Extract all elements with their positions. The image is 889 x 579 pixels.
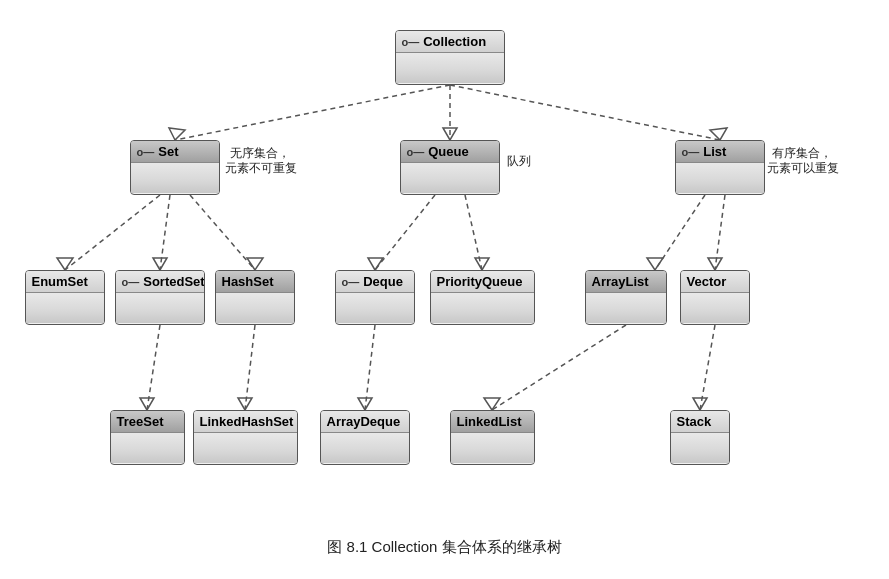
- box-label: LinkedHashSet: [200, 414, 294, 429]
- interface-icon: o—: [137, 146, 155, 158]
- annotation-2: 队列: [507, 153, 531, 170]
- box-body: [401, 163, 499, 193]
- svg-line-22: [245, 325, 255, 410]
- svg-line-26: [492, 325, 626, 410]
- svg-marker-3: [443, 128, 457, 140]
- interface-icon: o—: [402, 36, 420, 48]
- svg-marker-23: [238, 398, 252, 410]
- box-body: [676, 163, 764, 193]
- uml-box-priorityqueue: PriorityQueue: [430, 270, 535, 325]
- svg-line-4: [450, 85, 720, 140]
- svg-line-6: [65, 195, 160, 270]
- svg-line-18: [715, 195, 725, 270]
- svg-line-8: [160, 195, 170, 270]
- svg-line-28: [700, 325, 715, 410]
- box-body: [336, 293, 414, 323]
- uml-box-queue: o—Queue: [400, 140, 500, 195]
- box-body: [111, 433, 184, 463]
- uml-box-sortedset: o—SortedSet: [115, 270, 205, 325]
- box-label: HashSet: [222, 274, 274, 289]
- interface-icon: o—: [407, 146, 425, 158]
- svg-marker-27: [484, 398, 500, 410]
- uml-box-arraydeque: ArrayDeque: [320, 410, 410, 465]
- box-label: Queue: [428, 144, 468, 159]
- svg-marker-9: [153, 258, 167, 270]
- box-label: Stack: [677, 414, 712, 429]
- box-body: [194, 433, 297, 463]
- box-label: PriorityQueue: [437, 274, 523, 289]
- box-body: [321, 433, 409, 463]
- uml-box-collection: o—Collection: [395, 30, 505, 85]
- uml-box-hashset: HashSet: [215, 270, 295, 325]
- svg-line-12: [375, 195, 435, 270]
- box-label: Collection: [423, 34, 486, 49]
- svg-line-24: [365, 325, 375, 410]
- box-body: [216, 293, 294, 323]
- svg-line-0: [175, 85, 450, 140]
- svg-marker-25: [358, 398, 372, 410]
- svg-line-10: [190, 195, 255, 270]
- box-body: [26, 293, 104, 323]
- box-label: EnumSet: [32, 274, 88, 289]
- svg-marker-13: [368, 258, 383, 270]
- svg-marker-21: [140, 398, 154, 410]
- box-body: [396, 53, 504, 83]
- box-body: [586, 293, 666, 323]
- uml-box-vector: Vector: [680, 270, 750, 325]
- box-body: [681, 293, 749, 323]
- annotation-4: 元素可以重复: [767, 160, 839, 177]
- uml-diagram: o—Collectiono—Seto—Queueo—ListEnumSeto—S…: [15, 20, 875, 530]
- uml-box-linkedhashset: LinkedHashSet: [193, 410, 298, 465]
- uml-box-list: o—List: [675, 140, 765, 195]
- box-body: [116, 293, 204, 323]
- svg-line-16: [655, 195, 705, 270]
- interface-icon: o—: [122, 276, 140, 288]
- svg-marker-19: [708, 258, 722, 270]
- annotation-1: 元素不可重复: [225, 160, 297, 177]
- box-body: [451, 433, 534, 463]
- uml-box-arraylist: ArrayList: [585, 270, 667, 325]
- interface-icon: o—: [682, 146, 700, 158]
- uml-box-stack: Stack: [670, 410, 730, 465]
- figure-caption: 图 8.1 Collection 集合体系的继承树: [327, 538, 561, 557]
- svg-marker-7: [57, 258, 73, 270]
- svg-marker-11: [247, 258, 263, 270]
- box-label: ArrayDeque: [327, 414, 401, 429]
- box-body: [671, 433, 729, 463]
- box-body: [431, 293, 534, 323]
- svg-line-14: [465, 195, 482, 270]
- uml-box-set: o—Set: [130, 140, 220, 195]
- uml-box-deque: o—Deque: [335, 270, 415, 325]
- box-label: ArrayList: [592, 274, 649, 289]
- svg-marker-1: [169, 128, 185, 140]
- box-label: SortedSet: [143, 274, 204, 289]
- box-label: LinkedList: [457, 414, 522, 429]
- svg-marker-15: [475, 258, 489, 270]
- uml-box-enumset: EnumSet: [25, 270, 105, 325]
- box-label: List: [703, 144, 726, 159]
- svg-marker-5: [710, 128, 727, 140]
- interface-icon: o—: [342, 276, 360, 288]
- box-label: TreeSet: [117, 414, 164, 429]
- box-label: Deque: [363, 274, 403, 289]
- svg-line-20: [147, 325, 160, 410]
- uml-box-linkedlist: LinkedList: [450, 410, 535, 465]
- svg-marker-29: [693, 398, 707, 410]
- uml-box-treeset: TreeSet: [110, 410, 185, 465]
- svg-marker-17: [647, 258, 663, 270]
- box-label: Vector: [687, 274, 727, 289]
- box-label: Set: [158, 144, 178, 159]
- box-body: [131, 163, 219, 193]
